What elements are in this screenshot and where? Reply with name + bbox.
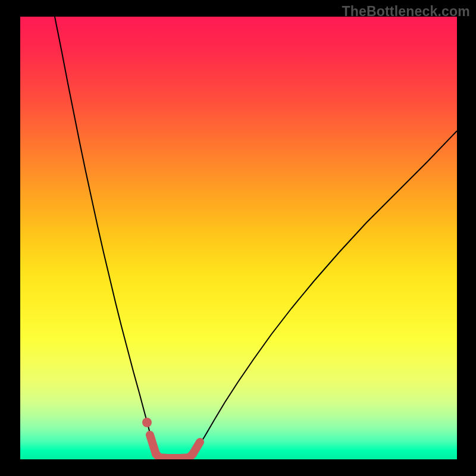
- marker-dot: [142, 418, 152, 427]
- curve-left: [55, 17, 156, 454]
- marker-tail-left: [150, 435, 156, 454]
- curves-svg: [20, 17, 457, 459]
- flat-bottom: [156, 454, 193, 458]
- marker-tail-right: [193, 442, 200, 454]
- chart-frame: TheBottleneck.com: [0, 0, 476, 476]
- curve-right: [193, 131, 457, 454]
- plot-area: [20, 17, 457, 459]
